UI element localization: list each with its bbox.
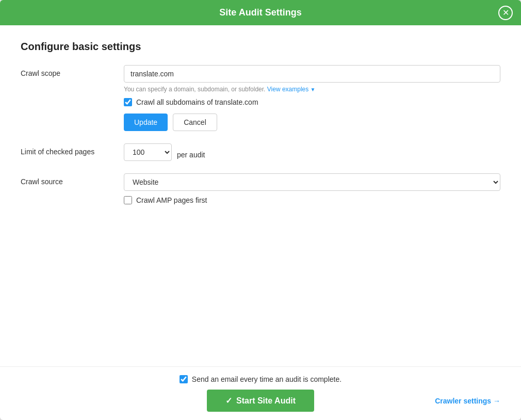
update-cancel-group: Update Cancel bbox=[124, 114, 500, 131]
modal-footer: Send an email every time an audit is com… bbox=[0, 366, 521, 420]
crawl-scope-label: Crawl scope bbox=[21, 65, 124, 77]
subdomain-checkbox-row: Crawl all subdomains of translate.com bbox=[124, 98, 500, 106]
amp-checkbox-label[interactable]: Crawl AMP pages first bbox=[136, 196, 207, 204]
email-notification-label[interactable]: Send an email every time an audit is com… bbox=[192, 375, 341, 383]
amp-checkbox-row: Crawl AMP pages first bbox=[124, 196, 500, 204]
update-button[interactable]: Update bbox=[124, 114, 168, 131]
crawler-settings-link[interactable]: Crawler settings → bbox=[435, 397, 500, 405]
help-text-static: You can specify a domain, subdomain, or … bbox=[124, 86, 265, 93]
crawl-scope-help: You can specify a domain, subdomain, or … bbox=[124, 86, 500, 93]
modal-title: Site Audit Settings bbox=[219, 7, 301, 18]
limit-pages-label: Limit of checked pages bbox=[21, 143, 124, 156]
email-notification-checkbox[interactable] bbox=[180, 375, 188, 383]
checkmark-icon: ✓ bbox=[225, 396, 232, 406]
chevron-down-icon: ▼ bbox=[311, 87, 316, 92]
limit-pages-controls: 100 500 1000 5000 10000 20000 50000 1000… bbox=[124, 143, 500, 161]
modal-body: Configure basic settings Crawl scope You… bbox=[0, 25, 521, 366]
site-audit-modal: Site Audit Settings ✕ Configure basic se… bbox=[0, 0, 521, 420]
subdomain-checkbox-label[interactable]: Crawl all subdomains of translate.com bbox=[136, 98, 258, 106]
subdomain-checkbox[interactable] bbox=[124, 98, 132, 106]
crawl-source-row: Crawl source Website Sitemap Google Anal… bbox=[21, 173, 500, 204]
crawl-source-select[interactable]: Website Sitemap Google Analytics bbox=[124, 173, 500, 191]
crawl-scope-row: Crawl scope You can specify a domain, su… bbox=[21, 65, 500, 131]
close-button[interactable]: ✕ bbox=[498, 6, 513, 20]
cancel-button[interactable]: Cancel bbox=[173, 114, 217, 131]
close-icon: ✕ bbox=[502, 9, 509, 17]
crawl-scope-input[interactable] bbox=[124, 65, 500, 83]
crawl-source-label: Crawl source bbox=[21, 173, 124, 186]
limit-pages-select-group: 100 500 1000 5000 10000 20000 50000 1000… bbox=[124, 143, 500, 161]
start-audit-button[interactable]: ✓ Start Site Audit bbox=[207, 390, 314, 412]
section-title: Configure basic settings bbox=[21, 41, 500, 53]
crawl-source-controls: Website Sitemap Google Analytics Crawl A… bbox=[124, 173, 500, 204]
email-notification-row: Send an email every time an audit is com… bbox=[180, 375, 341, 383]
view-examples-link[interactable]: View examples ▼ bbox=[267, 86, 316, 93]
limit-pages-row: Limit of checked pages 100 500 1000 5000… bbox=[21, 143, 500, 161]
per-audit-text: per audit bbox=[177, 146, 205, 159]
limit-pages-select[interactable]: 100 500 1000 5000 10000 20000 50000 1000… bbox=[124, 143, 172, 161]
footer-actions: ✓ Start Site Audit Crawler settings → bbox=[21, 390, 500, 412]
crawl-scope-controls: You can specify a domain, subdomain, or … bbox=[124, 65, 500, 131]
start-audit-label: Start Site Audit bbox=[236, 396, 296, 406]
modal-header: Site Audit Settings ✕ bbox=[0, 0, 521, 25]
amp-checkbox[interactable] bbox=[124, 196, 132, 204]
